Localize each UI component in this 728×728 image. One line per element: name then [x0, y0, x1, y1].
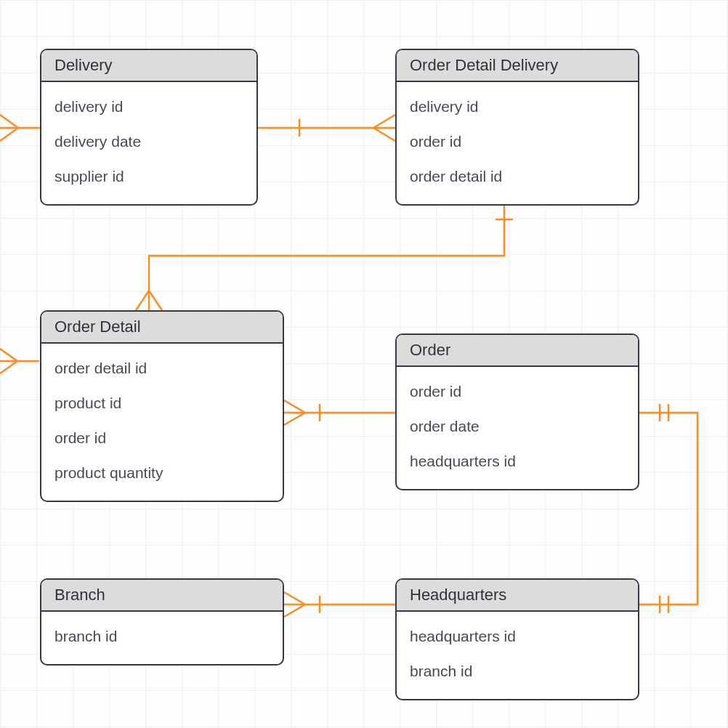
attr: branch id — [410, 654, 625, 689]
attr: order date — [410, 409, 625, 444]
entity-hq-body: headquarters id branch id — [397, 612, 638, 699]
entity-odd-header: Order Detail Delivery — [397, 50, 638, 82]
entity-order-body: order id order date headquarters id — [397, 367, 638, 489]
entity-branch[interactable]: Branch branch id — [40, 578, 284, 666]
entity-delivery-header: Delivery — [41, 50, 256, 82]
attr: order id — [410, 374, 625, 409]
entity-orderdetail-header: Order Detail — [41, 312, 283, 344]
conn-delivery-offscreen — [0, 115, 40, 141]
attr: branch id — [54, 619, 270, 654]
attr: order id — [410, 124, 625, 159]
conn-branch-hq — [284, 592, 395, 617]
entity-delivery-body: delivery id delivery date supplier id — [41, 82, 256, 204]
entity-orderdetail-body: order detail id product id order id prod… — [41, 344, 283, 501]
conn-orderdetail-offscreen — [0, 349, 39, 373]
attr: order detail id — [410, 159, 625, 194]
entity-order-detail-delivery[interactable]: Order Detail Delivery delivery id order … — [395, 49, 639, 206]
attr: product id — [54, 386, 270, 421]
entity-branch-header: Branch — [41, 580, 283, 612]
attr: order detail id — [54, 351, 270, 386]
attr: delivery date — [54, 124, 243, 159]
attr: headquarters id — [410, 444, 625, 479]
attr: supplier id — [54, 159, 243, 194]
entity-branch-body: branch id — [41, 612, 283, 664]
entity-headquarters[interactable]: Headquarters headquarters id branch id — [395, 578, 639, 700]
entity-delivery[interactable]: Delivery delivery id delivery date suppl… — [40, 49, 258, 206]
attr: product quantity — [54, 456, 270, 490]
attr: delivery id — [410, 89, 625, 124]
conn-orderdetail-order — [284, 400, 395, 425]
attr: delivery id — [54, 89, 243, 124]
entity-odd-body: delivery id order id order detail id — [397, 82, 638, 204]
conn-delivery-odd — [258, 115, 395, 141]
conn-order-hq — [639, 404, 697, 613]
attr: order id — [54, 421, 270, 456]
entity-order-header: Order — [397, 335, 638, 367]
conn-odd-orderdetail — [136, 201, 513, 310]
attr: headquarters id — [410, 619, 625, 654]
entity-order[interactable]: Order order id order date headquarters i… — [395, 333, 639, 490]
entity-order-detail[interactable]: Order Detail order detail id product id … — [40, 310, 284, 502]
entity-hq-header: Headquarters — [397, 580, 638, 612]
